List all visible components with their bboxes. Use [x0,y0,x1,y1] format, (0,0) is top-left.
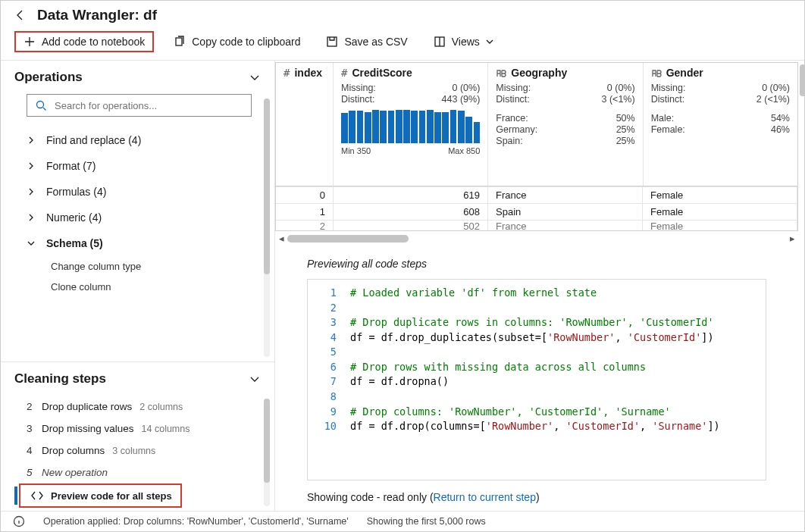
code-preview: 1# Loaded variable 'df' from kernel stat… [307,279,766,480]
grid-horizontal-scrollbar[interactable]: ◂▸ [275,233,798,244]
table-row[interactable]: 0619FranceFemale [275,186,798,203]
chevron-icon [27,237,36,249]
code-icon [31,490,43,502]
page-title: Data Wrangler: df [37,7,157,23]
chevron-icon [27,211,36,224]
code-footer: Showing code - read only (Return to curr… [275,488,798,511]
layout-icon [434,36,446,48]
col-header-gender[interactable]: Gender [644,63,797,81]
data-grid: # index # CreditScore Missing:0 (0%) Dis… [275,62,798,186]
cleaning-step[interactable]: 3Drop missing values14 columns [1,418,274,440]
operation-item[interactable]: Change column type [27,256,252,277]
plus-icon [23,36,36,48]
svg-point-3 [37,102,44,108]
operation-category[interactable]: Numeric (4) [27,205,252,230]
svg-rect-1 [327,37,337,46]
copy-icon [174,36,186,48]
operation-category[interactable]: Find and replace (4) [27,127,252,153]
data-grid-rows: 0619FranceFemale1608SpainFemale2502Franc… [275,186,804,231]
col-header-creditscore[interactable]: # CreditScore [334,63,487,81]
preview-code-all-steps[interactable]: Preview code for all steps [1,483,274,508]
search-input-wrapper[interactable] [27,94,252,117]
cleaning-step[interactable]: 2Drop duplicate rows2 columns [1,396,274,418]
chevron-icon [27,134,36,146]
col-header-index[interactable]: # index [276,63,333,81]
operations-scrollbar[interactable] [264,99,270,357]
operation-category[interactable]: Schema (5) [27,230,252,256]
chevron-icon [27,160,36,172]
chevron-down-icon[interactable] [249,373,261,385]
operation-category[interactable]: Formulas (4) [27,179,252,205]
grid-vertical-scrollbar[interactable] [800,64,805,247]
operation-item[interactable]: Clone column [27,277,252,297]
table-row[interactable]: 2502FranceFemale [275,220,798,231]
info-icon [13,515,25,527]
col-header-geography[interactable]: Geography [488,63,642,81]
cleaning-step[interactable]: 5New operation [1,462,274,483]
table-row[interactable]: 1608SpainFemale [275,203,798,220]
preview-heading: Previewing all code steps [275,247,798,279]
operations-title: Operations [14,70,83,85]
cleaning-steps-title: Cleaning steps [14,371,106,386]
status-rows: Showing the first 5,000 rows [367,516,486,527]
return-to-step-link[interactable]: Return to current step [434,491,536,503]
steps-scrollbar[interactable] [264,399,270,506]
add-code-label: Add code to notebook [42,36,145,48]
views-dropdown[interactable]: Views [428,33,500,51]
chevron-icon [27,186,36,198]
cleaning-step[interactable]: 4Drop columns3 columns [1,440,274,462]
save-csv-button[interactable]: Save as CSV [320,33,413,51]
copy-code-button[interactable]: Copy code to clipboard [168,33,306,51]
chevron-down-icon [486,36,493,48]
chevron-down-icon[interactable] [249,71,261,83]
abc-icon [496,67,506,79]
search-input[interactable] [55,100,243,111]
back-arrow-icon[interactable] [14,9,27,21]
add-code-to-notebook-button[interactable]: Add code to notebook [14,31,154,52]
search-icon [35,99,47,111]
svg-rect-0 [176,38,182,45]
creditscore-histogram [341,110,480,143]
save-icon [326,36,338,48]
status-message: Operation applied: Drop columns: 'RowNum… [43,516,349,527]
operation-category[interactable]: Format (7) [27,153,252,179]
abc-icon [651,67,662,79]
